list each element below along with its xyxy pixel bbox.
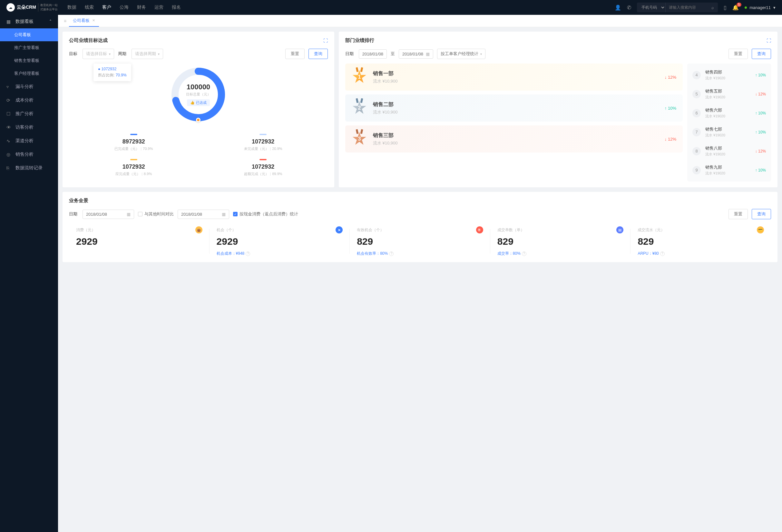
chevron-down-icon: ▾ (480, 52, 482, 56)
sidebar-item[interactable]: ∿渠道分析 (0, 134, 58, 148)
help-icon[interactable]: ? (389, 251, 394, 256)
rank-row[interactable]: 9销售九部流水 ¥19020↑ 10% (687, 161, 771, 180)
rank-row[interactable]: 4销售四部流水 ¥19020↑ 10% (687, 66, 771, 84)
select-period[interactable]: 请选择周期▾ (132, 49, 163, 59)
overview-date2[interactable]: 2018/01/08▦ (178, 210, 229, 219)
nav-数据[interactable]: 数据 (67, 4, 76, 10)
query-button[interactable]: 查询 (752, 49, 771, 59)
kpi-foot: 机会成本：¥948 ? (217, 251, 343, 256)
sidebar-item[interactable]: 客户经理看板 (0, 67, 58, 80)
goal-total: 100000 (187, 83, 210, 91)
kpi-foot: ARPU：¥80 ? (638, 251, 764, 256)
reset-button[interactable]: 重置 (728, 49, 748, 59)
checkbox-rebate[interactable]: ✓按现金消费（返点后消费）统计 (233, 211, 298, 217)
expand-icon[interactable]: ⛶ (767, 38, 771, 43)
sidebar-item[interactable]: 销售主管看板 (0, 54, 58, 67)
main: ≡ 公司看板 ✕ 公司业绩目标达成 ⛶ 目标 请选择目标▾ 周期 (58, 15, 782, 532)
menu-icon: ☐ (6, 111, 11, 116)
shield-icon: ⛨ (476, 226, 483, 234)
logo[interactable]: ☁ 云朵CRM 教育机构一站式服务云平台 (6, 3, 58, 11)
user-menu[interactable]: manager11 ▾ (745, 5, 776, 10)
sidebar-item[interactable]: ⟳成本分析 (0, 94, 58, 107)
nav-运营[interactable]: 运营 (154, 4, 164, 10)
rank-title: 部门业绩排行 (345, 37, 374, 43)
rank-row[interactable]: 5销售五部流水 ¥19020↓ 12% (687, 84, 771, 104)
notif-badge: 5 (737, 3, 742, 7)
sidebar-item[interactable]: 推广主管看板 (0, 41, 58, 54)
medal-icon: 3 (352, 131, 367, 147)
goal-total-label: 目标总量（元） (186, 92, 211, 97)
help-icon[interactable]: ? (522, 251, 526, 256)
goal-metric: 1072932应完成量（元）|8.9% (69, 155, 198, 180)
query-button[interactable]: 查询 (752, 209, 771, 219)
search-type-select[interactable]: 手机号码 (637, 3, 666, 12)
nav-线索[interactable]: 线索 (85, 4, 94, 10)
send-icon: ➤ (335, 226, 343, 234)
menu-icon: ⎘ (6, 166, 11, 171)
dashboard-icon: ▦ (6, 19, 11, 24)
label-date: 日期 (345, 51, 355, 57)
rank-card[interactable]: 3销售三部流水 ¥10,900↓ 12% (345, 126, 683, 152)
sidebar-item[interactable]: ◎销售分析 (0, 148, 58, 161)
sidebar-item[interactable]: ☐推广分析 (0, 107, 58, 120)
nav-报名[interactable]: 报名 (172, 4, 181, 10)
status-dot-icon (745, 6, 747, 9)
query-button[interactable]: 查询 (309, 49, 328, 59)
close-tab-icon[interactable]: ✕ (92, 19, 95, 23)
card-icon: 💳 (757, 226, 764, 234)
phone-icon[interactable]: ✆ (627, 4, 631, 11)
delta: ↓ 12% (665, 75, 676, 80)
sidebar-item[interactable]: 👁访客分析 (0, 120, 58, 134)
medal-icon: 1 (352, 69, 367, 85)
reset-button[interactable]: 重置 (285, 49, 305, 59)
tab-company-board[interactable]: 公司看板 ✕ (69, 15, 99, 27)
sidebar-item[interactable]: ⎘数据流转记录 (0, 161, 58, 175)
rank-card[interactable]: 2销售二部流水 ¥10,900↑ 10% (345, 95, 683, 121)
label-to: 至 (391, 51, 395, 57)
nav-公海[interactable]: 公海 (119, 4, 129, 10)
rank-row[interactable]: 6销售六部流水 ¥19020↑ 10% (687, 104, 771, 122)
rank-row[interactable]: 7销售七部流水 ¥19020↑ 10% (687, 122, 771, 142)
search-icon[interactable]: ⌕ (708, 5, 718, 10)
kpi-card: 消费（元）👜2929 (69, 226, 210, 256)
bell-icon[interactable]: 🔔5 (732, 4, 739, 11)
date-to[interactable]: 2018/01/08▦ (399, 49, 433, 59)
date-from[interactable]: 2018/01/08 (359, 49, 387, 59)
sidebar-group-dashboard[interactable]: ▦数据看板 ˄ (0, 15, 58, 28)
user-icon[interactable]: 👤 (615, 4, 621, 11)
calendar-icon: ▦ (222, 212, 226, 217)
help-icon[interactable]: ? (660, 251, 665, 256)
rank-row[interactable]: 8销售八部流水 ¥19020↓ 12% (687, 142, 771, 161)
goal-status-badge: 👍已达成 (187, 99, 210, 106)
search-input[interactable] (666, 5, 708, 10)
select-mode[interactable]: 按工单客户经理统计▾ (437, 49, 486, 59)
overview-date1[interactable]: 2018/01/08▦ (82, 210, 134, 219)
calendar-icon: ▦ (127, 212, 131, 217)
nav-客户[interactable]: 客户 (102, 4, 111, 10)
goal-metric: 1072932超额完成（元）|89.9% (198, 155, 327, 180)
chevron-down-icon: ▾ (773, 5, 776, 10)
expand-icon[interactable]: ⛶ (323, 38, 328, 43)
collapse-sidebar-icon[interactable]: ≡ (61, 19, 69, 24)
medal-icon: 2 (352, 100, 367, 116)
goal-metric: 8972932已完成量（元）|70.9% (69, 130, 198, 155)
sidebar-item[interactable]: 公司看板 (0, 28, 58, 41)
brand-sub: 教育机构一站式服务云平台 (38, 3, 58, 11)
select-target[interactable]: 请选择目标▾ (82, 49, 114, 59)
kpi-foot: 成交率：80% ? (497, 251, 624, 256)
topbar: ☁ 云朵CRM 教育机构一站式服务云平台 数据线索客户公海财务运营报名 👤 ✆ … (0, 0, 782, 15)
top-nav: 数据线索客户公海财务运营报名 (67, 4, 181, 10)
menu-icon: ⟳ (6, 98, 11, 103)
nav-财务[interactable]: 财务 (137, 4, 146, 10)
mobile-icon[interactable]: ▯ (724, 4, 726, 11)
brand-name: 云朵CRM (17, 5, 36, 10)
chart-tooltip: ● 1072932 所占比例: 70.9% (94, 64, 131, 81)
checkbox-compare[interactable]: 与其他时间对比 (138, 211, 174, 217)
rank-card[interactable]: 1销售一部流水 ¥10,900↓ 12% (345, 64, 683, 91)
kpi-card: 成交单数（单）▤829成交率：80% ? (490, 226, 631, 256)
reset-button[interactable]: 重置 (728, 209, 748, 219)
menu-icon: ◎ (6, 152, 11, 157)
goal-metric: 1072932未完成量（元）|20.9% (198, 130, 327, 155)
help-icon[interactable]: ? (246, 251, 250, 256)
sidebar-item[interactable]: ▿漏斗分析 (0, 80, 58, 94)
